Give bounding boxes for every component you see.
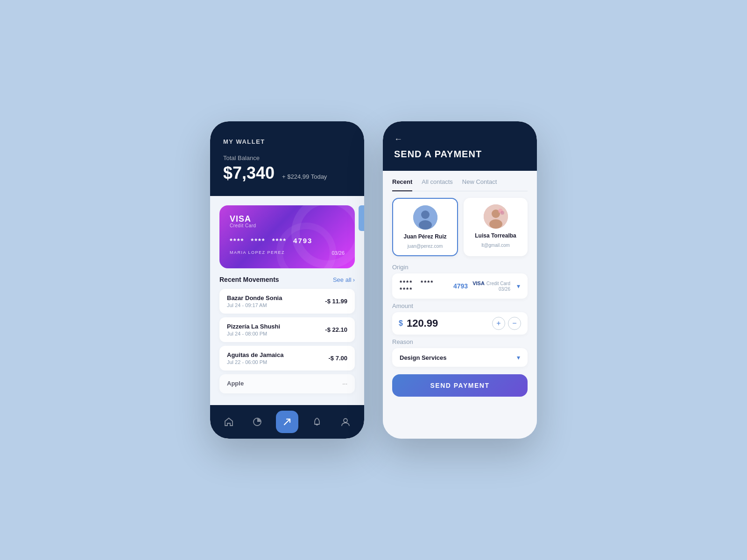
card-type: Credit Card: [230, 223, 256, 228]
movement-amount-2: -$ 7.00: [329, 355, 347, 362]
reason-label: Reason: [392, 338, 528, 345]
send-payment-button[interactable]: SEND PAYMENT: [392, 374, 528, 397]
reason-box[interactable]: Design Services ▾: [392, 348, 528, 367]
origin-stars: **** **** ****: [400, 279, 450, 293]
movement-item-3[interactable]: Apple ···: [219, 374, 355, 393]
origin-label: Origin: [392, 264, 528, 271]
movement-info-0: Bazar Donde Sonia Jul 24 - 09:17 AM: [227, 294, 282, 308]
amount-box: $ 120.99 + −: [392, 312, 528, 335]
payment-phone: ← SEND A PAYMENT Recent All contacts New…: [383, 121, 537, 439]
card-holder: MARIA LOPEZ PEREZ: [230, 250, 285, 256]
movement-item-0[interactable]: Bazar Donde Sonia Jul 24 - 09:17 AM -$ 1…: [219, 289, 355, 314]
movement-amount-1: -$ 22.10: [325, 326, 347, 333]
origin-brand: VISA: [472, 280, 485, 286]
amount-controls: + −: [492, 317, 521, 330]
origin-number: **** **** **** 4793: [400, 279, 468, 293]
wallet-balance-today: + $224,99 Today: [282, 173, 327, 180]
amount-increase-button[interactable]: +: [492, 317, 505, 330]
movement-date-1: Jul 24 - 08:00 PM: [227, 331, 280, 336]
origin-type: Credit Card: [486, 281, 510, 286]
movement-name-3: Apple: [227, 380, 244, 387]
movement-name-0: Bazar Donde Sonia: [227, 294, 282, 301]
amount-value[interactable]: 120.99: [407, 317, 492, 329]
tab-recent[interactable]: Recent: [392, 178, 412, 191]
wallet-title: MY WALLET: [223, 138, 351, 145]
movement-amount-0: -$ 11.99: [325, 298, 347, 305]
payment-header: ← SEND A PAYMENT: [383, 121, 537, 171]
back-button[interactable]: ←: [394, 134, 526, 144]
wallet-balance-row: $7,340 + $224,99 Today: [223, 163, 351, 183]
contacts-row: Juan Pérez Ruiz juan@perez.com Luisa Tor…: [392, 198, 528, 256]
contact-email-luisa: lt@gmail.com: [481, 243, 510, 248]
movement-name-2: Aguitas de Jamaica: [227, 351, 283, 358]
contact-email-juan: juan@perez.com: [408, 244, 443, 249]
svg-point-3: [421, 210, 430, 219]
movement-amount-3: ···: [342, 380, 347, 387]
reason-dropdown-icon[interactable]: ▾: [517, 354, 520, 361]
movement-info-3: Apple: [227, 380, 244, 388]
card-number-last: 4793: [293, 237, 312, 245]
wallet-body: Recent Movements See all › Bazar Donde S…: [210, 268, 364, 405]
card-number-part3: ****: [272, 237, 287, 245]
contact-card-juan[interactable]: Juan Pérez Ruiz juan@perez.com: [392, 198, 458, 256]
tabs-row: Recent All contacts New Contact: [392, 178, 528, 191]
wallet-phone: MY WALLET Total Balance $7,340 + $224,99…: [210, 121, 364, 439]
movement-name-1: Pizzería La Shushi: [227, 323, 280, 330]
contact-name-juan: Juan Pérez Ruiz: [403, 233, 446, 240]
payment-body: Recent All contacts New Contact Juan Pér…: [383, 171, 537, 439]
see-all-link[interactable]: See all ›: [333, 276, 355, 283]
svg-point-9: [500, 211, 504, 215]
movement-info-2: Aguitas de Jamaica Jul 22 - 06:00 PM: [227, 351, 283, 365]
nav-user-icon[interactable]: [336, 413, 355, 431]
origin-last: 4793: [453, 282, 468, 290]
avatar-luisa: [484, 204, 508, 229]
amount-decrease-button[interactable]: −: [508, 317, 521, 330]
currency-sign: $: [399, 319, 403, 328]
nav-bell-icon[interactable]: [308, 413, 326, 431]
svg-point-7: [489, 219, 502, 229]
reason-value: Design Services: [400, 354, 446, 361]
avatar-juan: [413, 205, 437, 230]
svg-point-4: [419, 220, 432, 230]
credit-card[interactable]: VISA Credit Card **** **** **** 4793 MAR…: [219, 205, 355, 268]
movements-title: Recent Movements: [219, 276, 279, 283]
nav-home-icon[interactable]: [219, 413, 238, 431]
tab-new-contact[interactable]: New Contact: [462, 178, 497, 187]
card-tab: [359, 205, 364, 231]
movements-header: Recent Movements See all ›: [219, 276, 355, 283]
card-expiry: 03/26: [331, 250, 345, 256]
card-number-part2: ****: [251, 237, 265, 245]
amount-label: Amount: [392, 302, 528, 309]
card-number-row: **** **** **** 4793: [230, 237, 345, 245]
svg-point-1: [344, 419, 347, 422]
movement-info-1: Pizzería La Shushi Jul 24 - 08:00 PM: [227, 323, 280, 336]
nav-transfer-icon[interactable]: [276, 411, 298, 433]
origin-box[interactable]: **** **** **** 4793 VISA Credit Card 03/…: [392, 273, 528, 299]
origin-dropdown-icon[interactable]: ▾: [517, 282, 520, 290]
movement-item-2[interactable]: Aguitas de Jamaica Jul 22 - 06:00 PM -$ …: [219, 346, 355, 371]
wallet-balance-amount: $7,340: [223, 163, 275, 183]
bottom-nav: [210, 405, 364, 439]
card-number-part1: ****: [230, 237, 244, 245]
origin-expiry: 03/26: [499, 287, 510, 292]
contact-name-luisa: Luisa Torrealba: [475, 232, 516, 239]
movement-item-1[interactable]: Pizzería La Shushi Jul 24 - 08:00 PM -$ …: [219, 317, 355, 342]
wallet-card-area: VISA Credit Card **** **** **** 4793 MAR…: [210, 196, 364, 268]
wallet-header: MY WALLET Total Balance $7,340 + $224,99…: [210, 121, 364, 196]
movement-date-0: Jul 24 - 09:17 AM: [227, 302, 282, 308]
tab-all-contacts[interactable]: All contacts: [422, 178, 452, 187]
movement-date-2: Jul 22 - 06:00 PM: [227, 359, 283, 365]
card-bottom: MARIA LOPEZ PEREZ 03/26: [230, 250, 345, 256]
nav-chart-icon[interactable]: [248, 413, 267, 431]
wallet-balance-label: Total Balance: [223, 154, 351, 161]
payment-title: SEND A PAYMENT: [394, 149, 526, 160]
origin-meta: VISA Credit Card 03/26: [472, 280, 510, 292]
card-brand: VISA: [230, 215, 256, 223]
contact-card-luisa[interactable]: Luisa Torrealba lt@gmail.com: [464, 198, 528, 256]
